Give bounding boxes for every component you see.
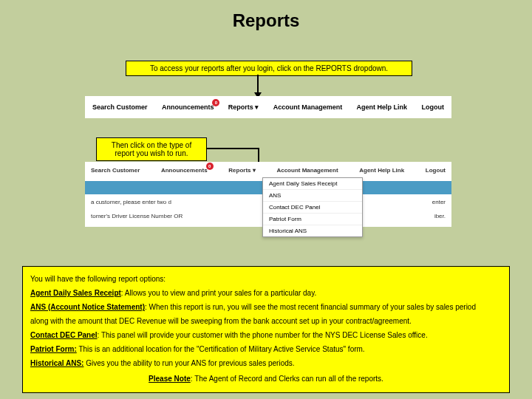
report-options-description: You will have the following report optio… (22, 266, 510, 393)
nav-announcements-label: Announcements (162, 103, 214, 111)
nav-reports[interactable]: Reports ▾ (228, 103, 259, 111)
nav-reports-label: Reports (228, 103, 253, 111)
nav2-announcements[interactable]: Announcements 0 (161, 167, 208, 174)
navbar-screenshot-1: Search Customer Announcements 0 Reports … (85, 96, 451, 118)
nav-search-customer[interactable]: Search Customer (92, 103, 148, 111)
callout-access-reports: To access your reports after you login, … (126, 61, 412, 76)
page-title: Reports (0, 0, 532, 37)
footer-line-ans: ANS (Account Notice Statement): When thi… (30, 301, 502, 313)
blur-right: enter (432, 199, 446, 205)
footer-intro: You will have the following report optio… (30, 273, 502, 285)
announcements-badge-2: 0 (206, 163, 214, 170)
nav-agent-help[interactable]: Agent Help Link (357, 103, 408, 111)
dropdown-item-patriot[interactable]: Patriot Form (263, 214, 362, 225)
arrow-down-icon (257, 75, 259, 94)
dropdown-item-agent-daily[interactable]: Agent Daily Sales Receipt (263, 178, 362, 190)
footer-line-agent-daily: Agent Daily Sales Receipt: Allows you to… (30, 287, 502, 299)
nav2-reports[interactable]: Reports ▾ (228, 167, 255, 174)
nav-logout[interactable]: Logout (421, 103, 444, 111)
nav2-logout[interactable]: Logout (426, 167, 446, 174)
blur-right2: iber. (434, 213, 446, 219)
nav2-search-customer[interactable]: Search Customer (91, 167, 140, 174)
nav-account-management[interactable]: Account Management (273, 103, 343, 111)
footer-line-contact-dec: Contact DEC Panel: This panel will provi… (30, 329, 502, 341)
blur-left: a customer, please enter two d (91, 199, 171, 205)
footer-line-patriot: Patriot Form: This is an additional loca… (30, 343, 502, 355)
footer-note: Please Note: The Agent of Record and Cle… (30, 372, 502, 385)
nav-announcements[interactable]: Announcements 0 (162, 103, 214, 111)
dropdown-item-contact-dec[interactable]: Contact DEC Panel (263, 202, 362, 214)
reports-dropdown-menu: Agent Daily Sales Receipt ANS Contact DE… (262, 177, 363, 237)
nav2-announcements-label: Announcements (161, 167, 208, 174)
nav2-agent-help[interactable]: Agent Help Link (359, 167, 404, 174)
announcements-badge: 0 (212, 99, 219, 106)
blur-left2: tomer's Driver License Number OR (91, 213, 183, 219)
chevron-down-icon: ▾ (255, 103, 259, 111)
dropdown-item-historical[interactable]: Historical ANS (263, 225, 362, 236)
nav2-account-management[interactable]: Account Management (276, 167, 338, 174)
footer-line-ans-cont: along with the amount that DEC Revenue w… (30, 315, 502, 327)
dropdown-item-ans[interactable]: ANS (263, 190, 362, 202)
footer-line-historical: Historical ANS: Gives you the ability to… (30, 357, 502, 369)
callout-report-type: Then click on the type of report you wis… (96, 137, 207, 161)
